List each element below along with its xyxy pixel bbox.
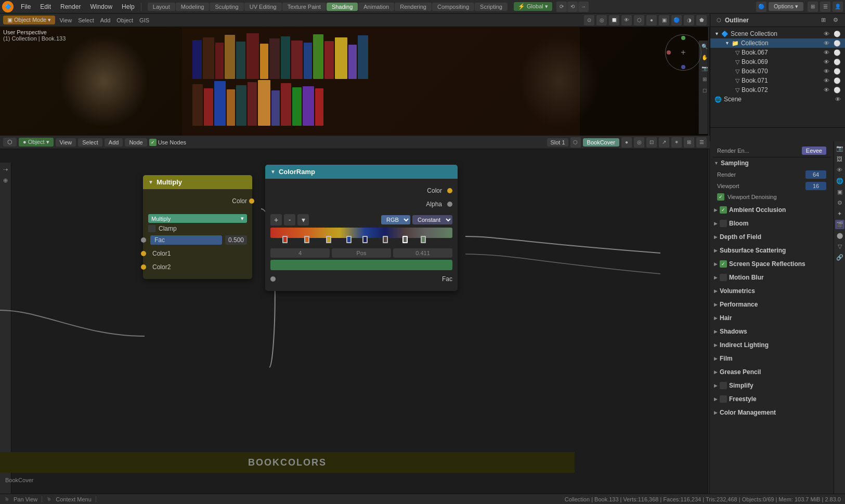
collection-eye[interactable]: 👁	[824, 40, 829, 46]
tab-shading[interactable]: Shading	[327, 3, 358, 11]
vp-icon-9[interactable]: ◑	[684, 15, 694, 25]
node-icon-7[interactable]: ⊞	[684, 137, 694, 148]
multiply-color-socket[interactable]	[249, 198, 254, 204]
menu-edit[interactable]: Edit	[36, 2, 55, 11]
ne-lt-1[interactable]: ⇢	[1, 165, 10, 174]
colorramp-dropdown-btn[interactable]: ▾	[297, 214, 309, 226]
book070-render[interactable]: ⚪	[834, 68, 841, 75]
scene-icon-top[interactable]: 🔵	[756, 2, 766, 12]
ne-lt-2[interactable]: ⊕	[1, 176, 10, 185]
prop-modifier-icon[interactable]: ⚙	[835, 198, 844, 207]
prop-render-icon[interactable]: 🎬	[835, 220, 844, 229]
multiply-clamp-checkbox[interactable]	[148, 225, 155, 232]
bloom-check[interactable]	[720, 220, 727, 227]
simplify-header[interactable]: ▶ Simplify	[713, 380, 830, 391]
colorramp-header[interactable]: ▼ ColorRamp	[265, 165, 458, 179]
book069-render[interactable]: ⚪	[834, 59, 841, 65]
book071-eye[interactable]: 👁	[824, 77, 829, 84]
sync-icon-3[interactable]: →	[578, 2, 589, 12]
scene-eye[interactable]: 👁	[835, 96, 841, 102]
render-samples-value[interactable]: 64	[805, 170, 826, 179]
navigation-gizmo[interactable]: +	[665, 34, 707, 76]
colorramp-alpha-socket[interactable]	[447, 202, 452, 207]
stop-4[interactable]	[362, 236, 368, 243]
node-material-name[interactable]: BookCover	[583, 138, 619, 147]
node-icon-4[interactable]: ⊡	[646, 137, 657, 148]
vp-icon-3[interactable]: 🔲	[609, 15, 619, 25]
viewport-samples-value[interactable]: 16	[805, 182, 826, 190]
colorramp-pos-value[interactable]: 0.411	[393, 248, 452, 258]
stop-0[interactable]	[282, 236, 288, 243]
tab-scripting[interactable]: Scripting	[475, 3, 508, 11]
ambient-occlusion-header[interactable]: ▶ ✓ Ambient Occlusion	[713, 204, 830, 216]
simplify-check[interactable]	[720, 382, 727, 389]
outliner-collection[interactable]: ▼ 📁 Collection 👁 ⚪	[710, 38, 845, 48]
colorramp-rgb-select[interactable]: RGB HSV HSL	[381, 215, 410, 224]
vp-icon-6[interactable]: ●	[646, 15, 657, 25]
performance-header[interactable]: ▶ Performance	[713, 299, 830, 310]
menu-window[interactable]: Window	[86, 2, 116, 11]
object-menu[interactable]: Object	[114, 17, 135, 23]
menu-help[interactable]: Help	[118, 2, 139, 11]
cm-header[interactable]: ▶ Color Management	[713, 407, 830, 418]
render-engine-select[interactable]: Eevee	[802, 147, 826, 155]
fs-check[interactable]	[720, 395, 727, 403]
book072-render[interactable]: ⚪	[834, 87, 841, 94]
view-menu[interactable]: View	[57, 17, 74, 23]
stop-3[interactable]	[346, 236, 352, 243]
outliner-settings-btn[interactable]: ⚙	[830, 15, 841, 25]
stop-7[interactable]	[421, 236, 426, 243]
node-select-menu[interactable]: Select	[78, 138, 102, 147]
book067-eye[interactable]: 👁	[824, 49, 829, 56]
viewport-denoising-check[interactable]: ✓	[717, 193, 724, 201]
colorramp-color-socket[interactable]	[447, 188, 452, 193]
scene-collection-eye[interactable]: 👁	[824, 31, 829, 37]
object-mode-btn[interactable]: ▣ Object Mode ▾	[3, 16, 55, 24]
stop-6[interactable]	[402, 236, 408, 243]
layout-icon-2[interactable]: ☰	[820, 2, 830, 12]
stop-1[interactable]	[304, 236, 309, 243]
multiply-blend-dropdown[interactable]: Multiply ▾	[148, 214, 247, 223]
shadows-header[interactable]: ▶ Shadows	[713, 326, 830, 337]
tab-uv-editing[interactable]: UV Editing	[244, 3, 282, 11]
add-menu[interactable]: Add	[98, 17, 113, 23]
colorramp-remove-btn[interactable]: -	[284, 214, 295, 226]
tab-texture-paint[interactable]: Texture Paint	[282, 3, 326, 11]
multiply-fac-value[interactable]: 0.500	[225, 235, 247, 245]
sampling-header[interactable]: ▼ Render Sampling	[713, 157, 830, 169]
colorramp-interp-select[interactable]: Constant Linear Ease	[412, 215, 452, 224]
vp-icon-4[interactable]: 👁	[621, 15, 632, 25]
stop-5[interactable]	[383, 236, 388, 243]
outliner-book067[interactable]: ▽ Book.067 👁 ⚪	[710, 48, 845, 57]
prop-constraint-icon[interactable]: 🔗	[835, 253, 844, 262]
vp-icon-10[interactable]: ⬟	[696, 15, 707, 25]
prop-obj-icon[interactable]: ▣	[835, 187, 844, 196]
sync-icon-2[interactable]: ⟲	[567, 2, 578, 12]
multiply-color1-socket[interactable]	[141, 251, 146, 256]
gis-menu[interactable]: GIS	[137, 17, 151, 23]
prop-output-icon[interactable]: 🖼	[835, 154, 844, 164]
volumetrics-header[interactable]: ▶ Volumetrics	[713, 285, 830, 297]
outliner-scene[interactable]: 🌐 Scene 👁	[710, 95, 845, 104]
layout-icon-3[interactable]: 👤	[833, 2, 843, 12]
gp-header[interactable]: ▶ Grease Pencil	[713, 366, 830, 378]
colorramp-stop-index[interactable]: 4	[270, 248, 330, 258]
book072-eye[interactable]: 👁	[824, 87, 829, 93]
book071-render[interactable]: ⚪	[834, 77, 841, 84]
mb-check[interactable]	[720, 274, 727, 281]
tab-compositing[interactable]: Compositing	[432, 3, 474, 11]
multiply-color2-socket[interactable]	[141, 264, 146, 270]
collection-render[interactable]: ⚪	[834, 40, 841, 47]
node-icon-5[interactable]: ↗	[659, 137, 669, 148]
colorramp-fac-socket[interactable]	[270, 276, 276, 282]
multiply-fac-socket[interactable]	[141, 237, 146, 243]
node-canvas[interactable]: ⇢ ⊕ ▼ Multiply Color	[0, 149, 710, 494]
outliner-filter-btn[interactable]: ⊞	[818, 15, 828, 25]
tab-sculpting[interactable]: Sculpting	[210, 3, 243, 11]
freestyle-header[interactable]: ▶ Freestyle	[713, 393, 830, 405]
vp-icon-2[interactable]: ◎	[596, 15, 607, 25]
node-node-menu[interactable]: Node	[125, 138, 147, 147]
multiply-fac-input[interactable]: Fac	[150, 235, 222, 245]
tab-animation[interactable]: Animation	[358, 3, 394, 11]
ssr-header[interactable]: ▶ ✓ Screen Space Reflections	[713, 258, 830, 270]
